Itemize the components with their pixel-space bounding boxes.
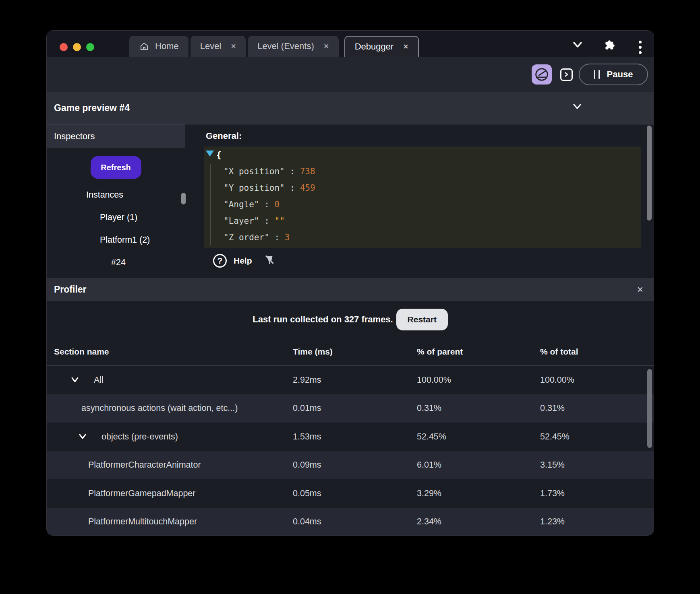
chevron-down-icon[interactable] [70,377,79,383]
tree-item-player[interactable]: Player (1) [47,206,185,229]
restart-button[interactable]: Restart [396,309,448,330]
tab-label: Debugger [355,41,394,52]
profiler-body: Last run collected on 327 frames. Restar… [47,301,654,536]
game-preview-header: Game preview #4 [47,92,654,124]
inspectors-title: Inspectors [54,131,95,142]
section-name: PlatformerMultitouchMapper [88,517,197,527]
column-time: Time (ms) [293,347,417,357]
total-cell: 1.23% [540,517,654,527]
time-cell: 1.53ms [293,432,417,442]
close-tab-icon[interactable]: × [227,42,236,51]
total-cell: 52.45% [540,432,654,442]
json-property: "Layer" : "" [216,213,641,229]
json-inspector: { "X position" : 738 "Y position" : 459 … [204,146,641,248]
section-name: objects (pre-events) [101,432,178,442]
table-row[interactable]: PlatformerMultitouchMapper 0.04ms 2.34% … [47,508,654,536]
app-window: Home Level × Level (Events) × Debugger × [46,30,654,536]
section-name: All [94,375,104,385]
profiler-title: Profiler [54,284,87,295]
inspectors-panel: Inspectors Refresh Instances Player (1) … [47,124,185,278]
parent-cell: 2.34% [417,517,540,527]
tab-label: Level (Events) [257,41,314,52]
time-cell: 2.92ms [293,375,417,385]
titlebar: Home Level × Level (Events) × Debugger × [47,31,654,57]
indent-guide [210,164,211,245]
unpin-icon[interactable] [263,254,275,267]
general-panel: General: { "X position" : 738 "Y positio… [185,124,654,278]
debugger-content: Inspectors Refresh Instances Player (1) … [47,124,654,278]
debugger-toolbar: Pause [47,57,654,92]
parent-cell: 100.00% [417,375,540,385]
kebab-menu-icon[interactable] [639,41,642,54]
chevron-down-icon[interactable] [572,103,582,110]
help-question-icon[interactable]: ? [213,254,227,268]
collapse-triangle-icon[interactable] [206,151,214,157]
profiler-header: Profiler × [47,278,654,301]
total-cell: 0.31% [540,403,654,413]
parent-cell: 0.31% [417,403,540,413]
parent-cell: 6.01% [417,460,540,470]
chevron-right-icon [564,71,569,78]
section-name: asynchronous actions (wait action, etc..… [81,403,238,413]
close-tab-icon[interactable]: × [399,42,408,51]
tab-label: Level [200,41,222,52]
game-preview-title: Game preview #4 [54,103,130,113]
json-property: "X position" : 738 [216,163,641,180]
extensions-puzzle-icon[interactable] [604,39,615,50]
tab-bar: Home Level × Level (Events) × Debugger × [129,36,419,57]
parent-cell: 3.29% [417,489,540,499]
json-property: "Z order" : 3 [216,229,641,246]
table-row[interactable]: objects (pre-events) 1.53ms 52.45% 52.45… [47,423,654,451]
maximize-window-button[interactable] [86,43,94,51]
tab-label: Home [155,41,179,52]
profiler-status-text: Last run collected on 327 frames. [253,314,393,325]
close-tab-icon[interactable]: × [320,42,329,51]
help-row: ? Help [213,254,654,268]
pause-button[interactable]: Pause [579,64,648,85]
profiler-gauge-button[interactable] [532,64,552,85]
tab-level-events[interactable]: Level (Events) × [248,36,338,57]
gauge-icon [534,67,549,82]
tab-level[interactable]: Level × [191,36,246,57]
close-window-button[interactable] [60,43,68,51]
window-controls [60,43,94,51]
help-label[interactable]: Help [234,256,252,266]
total-cell: 3.15% [540,460,654,470]
json-property: "Y position" : 459 [216,180,641,196]
json-property: "Angle" : 0 [216,196,641,213]
table-row[interactable]: PlatformerGamepadMapper 0.05ms 3.29% 1.7… [47,479,654,508]
tree-item-platform1[interactable]: Platform1 (2) [47,229,185,251]
minimize-window-button[interactable] [73,43,81,51]
column-percent-parent: % of parent [417,347,540,357]
chevron-down-icon[interactable] [572,41,583,48]
pause-label: Pause [607,69,633,80]
scrollbar-thumb[interactable] [647,126,652,221]
time-cell: 0.01ms [293,403,417,413]
section-name: PlatformerCharacterAnimator [88,460,201,470]
json-open-brace: { [216,147,641,163]
tree-item-instance-24[interactable]: #24 [47,251,185,274]
tree-item-instances[interactable]: Instances [47,184,185,206]
total-cell: 1.73% [540,489,654,499]
column-section-name: Section name [47,347,293,357]
time-cell: 0.09ms [293,460,417,470]
table-row[interactable]: PlatformerCharacterAnimator 0.09ms 6.01%… [47,451,654,480]
total-cell: 100.00% [540,375,654,385]
pause-icon [594,70,600,79]
general-title: General: [185,124,654,141]
time-cell: 0.04ms [293,517,417,527]
table-row[interactable]: All 2.92ms 100.00% 100.00% [47,366,654,394]
section-name: PlatformerGamepadMapper [88,489,195,499]
tab-debugger[interactable]: Debugger × [344,36,419,57]
tab-home[interactable]: Home [129,36,188,57]
refresh-button[interactable]: Refresh [91,156,141,179]
table-row[interactable]: asynchronous actions (wait action, etc..… [47,394,654,423]
home-icon [139,41,149,52]
scrollbar-thumb[interactable] [647,369,652,448]
time-cell: 0.05ms [293,489,417,499]
profiler-table-header: Section name Time (ms) % of parent % of … [47,338,654,366]
console-button[interactable] [560,68,573,81]
close-icon[interactable]: × [637,284,643,295]
chevron-down-icon[interactable] [78,433,87,440]
parent-cell: 52.45% [417,432,540,442]
